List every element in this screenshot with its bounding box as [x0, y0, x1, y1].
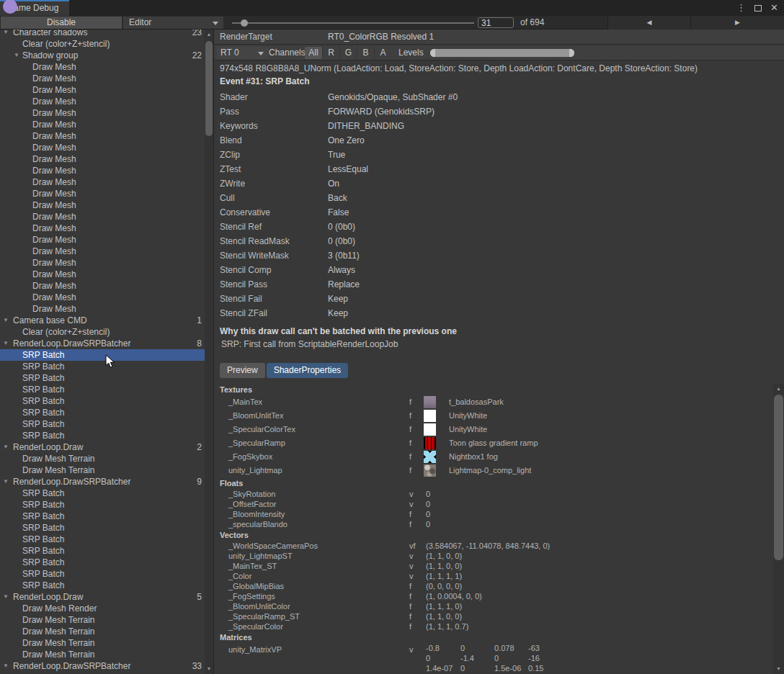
next-frame-button[interactable]: ▶ [690, 16, 784, 30]
tree-item[interactable]: Draw Mesh [0, 119, 205, 130]
tree-item[interactable]: SRP Batch [0, 580, 205, 591]
tree-item[interactable]: SRP Batch [0, 499, 205, 511]
expand-arrow-icon[interactable]: ▼ [14, 50, 19, 61]
tree-item[interactable]: ▼Shadow group22 [0, 50, 205, 61]
tree-item[interactable]: Draw Mesh [0, 211, 205, 223]
channel-button-all[interactable]: All [305, 47, 322, 59]
scroll-up-icon[interactable]: ▲ [773, 385, 784, 393]
properties-scrollbar-thumb[interactable] [774, 395, 783, 560]
close-icon[interactable]: ✕ [770, 0, 778, 16]
texture-swatch-white[interactable] [424, 423, 436, 436]
tree-item[interactable]: Draw Mesh [0, 292, 205, 303]
frame-slider-track[interactable] [232, 22, 474, 24]
channel-button-a[interactable]: A [374, 47, 391, 59]
texture-swatch-ramp[interactable] [424, 437, 436, 449]
frame-slider-handle[interactable] [241, 19, 248, 27]
scroll-down-icon[interactable]: ▼ [205, 665, 213, 673]
tree-item[interactable]: Draw Mesh [0, 107, 205, 119]
expand-arrow-icon[interactable]: ▼ [3, 591, 9, 603]
expand-arrow-icon[interactable]: ▼ [3, 660, 9, 672]
tree-item[interactable]: SRP Batch [0, 557, 205, 568]
channel-button-b[interactable]: B [357, 47, 374, 59]
tree-item[interactable]: Draw Mesh Render [0, 603, 205, 614]
tree-item[interactable]: Clear (color+Z+stencil) [0, 326, 205, 338]
tree-item[interactable]: Draw Mesh Terrain [0, 464, 205, 476]
tree-item[interactable]: Draw Mesh [0, 96, 205, 107]
property-row[interactable]: _BloomUnlitTexfUnityWhite [214, 409, 773, 423]
tree-item[interactable]: SRP Batch [0, 418, 205, 430]
tree-item[interactable]: Draw Mesh [0, 303, 205, 315]
levels-slider-min-handle[interactable] [430, 49, 435, 57]
expand-arrow-icon[interactable]: ▼ [3, 315, 9, 326]
tree-item[interactable]: Draw Mesh Terrain [0, 637, 205, 649]
properties-scrollbar[interactable]: ▲ ▼ [773, 384, 784, 674]
texture-swatch-lightmap[interactable] [424, 464, 436, 477]
tree-item[interactable]: Draw Mesh [0, 199, 205, 211]
frame-slider[interactable] [232, 16, 474, 30]
texture-swatch-maintex[interactable] [424, 396, 436, 408]
tree-item[interactable]: Draw Mesh [0, 257, 205, 269]
tree-item[interactable]: SRP Batch [0, 430, 205, 441]
target-dropdown[interactable]: Editor [123, 17, 223, 29]
tree-item[interactable]: Draw Mesh [0, 153, 205, 165]
scroll-down-icon[interactable]: ▼ [773, 665, 784, 673]
tree-item[interactable]: SRP Batch [0, 407, 205, 418]
tab-shaderproperties[interactable]: ShaderProperties [267, 363, 348, 378]
tree-item[interactable]: Draw Mesh [0, 142, 205, 153]
tree-item[interactable]: ▼Camera base CMD1 [0, 315, 205, 326]
tree-item[interactable]: ▼RenderLoop.Draw5 [0, 591, 205, 603]
tree-item[interactable]: Draw Mesh Terrain [0, 649, 205, 660]
tree-item[interactable]: ▼Character shadows23 [0, 30, 205, 38]
tree-item[interactable]: SRP Batch [0, 534, 205, 545]
channel-button-g[interactable]: G [339, 47, 357, 59]
levels-slider[interactable] [430, 49, 574, 57]
tree-item[interactable]: ▼RenderLoop.DrawSRPBatcher8 [0, 338, 205, 349]
disable-button[interactable]: Disable [1, 17, 122, 29]
tree-item[interactable]: Draw Mesh Terrain [0, 614, 205, 626]
texture-swatch-fog[interactable] [424, 451, 436, 463]
tree-item[interactable]: Draw Mesh [0, 84, 205, 96]
tree-item[interactable]: SRP Batch [0, 522, 205, 534]
tree-item[interactable]: Draw Mesh [0, 165, 205, 176]
tree-item[interactable]: Draw Mesh [0, 61, 205, 73]
tree-item[interactable]: SRP Batch [0, 511, 205, 522]
property-row[interactable]: _SpecularColorTexfUnityWhite [214, 423, 773, 436]
tree-item[interactable]: SRP Batch [0, 384, 205, 395]
tab-preview[interactable]: Preview [220, 363, 265, 378]
tree-item[interactable]: SRP Batch [0, 545, 205, 557]
scroll-up-icon[interactable]: ▲ [205, 30, 213, 39]
tree-item[interactable]: SRP Batch [0, 372, 205, 384]
tree-item[interactable]: Draw Mesh [0, 269, 205, 280]
levels-slider-max-handle[interactable] [569, 49, 574, 57]
tree-item[interactable]: SRP Batch [0, 349, 205, 361]
expand-arrow-icon[interactable]: ▼ [3, 441, 9, 453]
tree-item[interactable]: Clear (color+Z+stencil) [0, 38, 205, 50]
frame-number-input[interactable] [478, 17, 514, 28]
tree-scrollbar-thumb[interactable] [205, 41, 213, 136]
property-row[interactable]: _MainTexft_baldosasPark [214, 395, 773, 409]
tree-item[interactable]: SRP Batch [0, 395, 205, 407]
tree-item[interactable]: ▼RenderLoop.Draw2 [0, 441, 205, 453]
expand-arrow-icon[interactable]: ▼ [3, 338, 9, 349]
tree-item[interactable]: Draw Mesh [0, 176, 205, 188]
tree-item[interactable]: ▼RenderLoop.DrawSRPBatcher33 [0, 660, 205, 672]
tree-item[interactable]: SRP Batch [0, 361, 205, 372]
tree-item[interactable]: Draw Mesh [0, 280, 205, 292]
tree-item[interactable]: Draw Mesh [0, 130, 205, 142]
tree-item[interactable]: SRP Batch [0, 568, 205, 580]
tree-item[interactable]: SRP Batch [0, 487, 205, 499]
tree-item[interactable]: ▼RenderLoop.DrawSRPBatcher9 [0, 476, 205, 487]
expand-arrow-icon[interactable]: ▼ [3, 30, 9, 38]
tree-item[interactable]: Draw Mesh [0, 234, 205, 246]
channel-button-r[interactable]: R [322, 47, 339, 59]
property-row[interactable]: unity_LightmapfLightmap-0_comp_light [214, 464, 773, 477]
maximize-icon[interactable] [754, 5, 762, 12]
previous-frame-button[interactable]: ◀ [607, 16, 690, 30]
expand-arrow-icon[interactable]: ▼ [3, 476, 9, 487]
property-row[interactable]: _SpecularRampfToon glass gradient ramp [214, 436, 773, 450]
property-row[interactable]: _FogSkyboxfNightbox1 fog [214, 450, 773, 464]
tree-item[interactable]: Draw Mesh Terrain [0, 626, 205, 637]
tree-item[interactable]: Draw Mesh [0, 223, 205, 234]
tree-item[interactable]: Draw Mesh [0, 246, 205, 257]
tree-scrollbar[interactable]: ▲ ▼ [205, 30, 213, 674]
